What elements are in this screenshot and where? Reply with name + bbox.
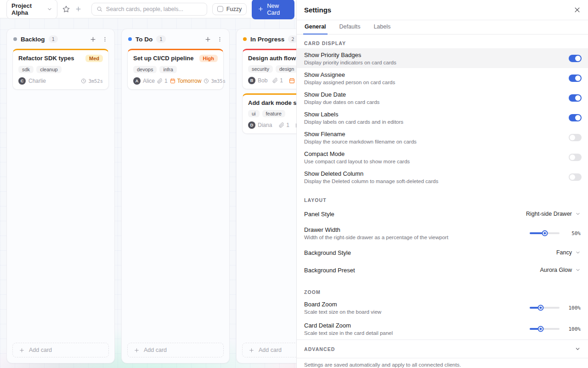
timer-value: 3m35s [211,78,226,84]
app-root: Project Alpha [0,0,588,368]
due-date: Tomorrow [177,78,202,84]
chevron-down-icon [575,267,581,273]
add-card-icon[interactable] [90,36,96,43]
toggle-switch[interactable] [569,94,582,102]
add-card-icon[interactable] [204,36,211,43]
new-card-button[interactable]: New Card [252,0,294,19]
assignee-name: Charlie [28,78,46,84]
tab-general[interactable]: General [304,20,327,34]
setting-panel-style: Panel Style Right-side Drawer [297,205,588,223]
add-card-label: Add card [144,347,167,353]
fuzzy-toggle[interactable]: Fuzzy [212,3,247,15]
card-ci-cd-pipeline[interactable]: Set up CI/CD pipeline High devops infra … [127,49,224,90]
setting-title: Show Assignee [304,71,563,78]
column-status-dot [128,37,132,41]
attachment-count: 1 [164,78,168,84]
add-card-button[interactable]: Add card [12,343,109,357]
fuzzy-label: Fuzzy [226,6,242,12]
setting-show-due-date: Show Due Date Display due dates on card … [297,88,588,108]
board-zoom-slider[interactable] [530,307,560,309]
card-title: Refactor SDK types [18,55,74,62]
toggle-switch[interactable] [569,114,582,121]
background-style-select[interactable]: Fancy [556,249,581,256]
slider-thumb[interactable] [543,231,547,236]
board-zoom-value: 100% [565,305,581,311]
section-card-display: CARD DISPLAY [297,34,588,48]
settings-tabs: General Defaults Labels [297,20,588,34]
plus-icon [249,347,254,353]
background-preset-select[interactable]: Aurora Glow [540,267,581,273]
assignee-name: Diana [258,122,272,128]
setting-drawer-width: Drawer Width Width of the right-side dra… [297,223,588,244]
toggle-switch[interactable] [569,173,582,181]
column-header: To Do 1 [127,34,224,49]
chevron-down-icon [47,6,52,12]
toggle-switch[interactable] [569,75,582,82]
add-board-icon[interactable] [75,6,82,12]
add-card-label: Add card [259,347,282,353]
column-status-dot [243,37,247,41]
new-card-label: New Card [267,2,288,16]
column-title: Backlog [21,36,45,43]
settings-header: Settings [297,0,588,20]
setting-show-deleted-column: Show Deleted Column Display the Deleted … [297,167,588,187]
column-header: Backlog 1 [12,34,109,49]
label-chip: ui [248,110,260,117]
setting-title: Show Filename [304,131,563,138]
setting-title: Show Labels [304,111,563,118]
setting-title: Show Due Date [304,91,563,98]
setting-show-priority-badges: Show Priority Badges Display priority in… [297,48,588,68]
slider-thumb[interactable] [539,306,543,310]
assignee-name: Bob [258,77,267,84]
tab-defaults[interactable]: Defaults [339,20,361,34]
background-preset-value: Aurora Glow [540,267,572,273]
toggle-switch[interactable] [569,134,582,141]
card-detail-zoom-slider[interactable] [530,328,560,330]
tab-labels[interactable]: Labels [373,20,391,34]
setting-description: Display priority indicators on card card… [304,60,563,65]
priority-badge: High [199,55,218,62]
paperclip-icon [157,78,163,84]
column-count-badge: 1 [49,35,58,43]
avatar: B [248,77,255,84]
card-refactor-sdk-types[interactable]: Refactor SDK types Med sdk cleanup C Cha… [12,49,109,90]
background-style-value: Fancy [556,249,572,256]
advanced-section-header[interactable]: ADVANCED [297,339,588,358]
priority-badge: Med [85,55,103,62]
kebab-menu-icon[interactable] [102,36,108,42]
label-chip: feature [262,110,285,117]
search-box[interactable] [91,3,207,16]
drawer-width-value: 50% [565,230,581,236]
clock-icon [81,78,86,84]
setting-board-zoom: Board Zoom Scale text size on the board … [297,297,588,318]
project-selector[interactable]: Project Alpha [6,0,57,19]
avatar: A [133,77,141,85]
kebab-menu-icon[interactable] [217,36,223,42]
attachment-count: 1 [280,77,283,84]
star-icon[interactable] [62,6,70,13]
card-detail-zoom-value: 100% [565,326,581,332]
drawer-width-slider[interactable] [530,232,560,234]
toggle-switch[interactable] [569,154,582,161]
settings-drawer: Settings General Defaults Labels CARD DI… [296,0,588,368]
calendar-icon [170,78,175,84]
setting-card-detail-zoom: Card Detail Zoom Scale text size in the … [297,318,588,339]
panel-style-select[interactable]: Right-side Drawer [526,211,581,217]
setting-description: Display the Deleted column to manage sof… [304,178,563,184]
paperclip-icon [272,78,278,83]
column-status-dot [13,37,17,41]
avatar: C [18,77,26,85]
close-icon[interactable] [574,6,581,13]
setting-description: Display labels on card cards and in edit… [304,119,563,125]
setting-compact-mode: Compact Mode Use compact card layout to … [297,147,588,167]
column-title: To Do [136,36,153,43]
toggle-switch[interactable] [569,55,582,62]
plus-icon [19,347,25,353]
settings-title: Settings [304,6,331,14]
setting-title: Show Deleted Column [304,170,563,177]
search-input[interactable] [106,6,202,12]
setting-description: Use compact card layout to show more car… [304,159,563,164]
plus-icon [134,347,140,353]
slider-thumb[interactable] [539,327,543,331]
add-card-button[interactable]: Add card [127,343,224,357]
